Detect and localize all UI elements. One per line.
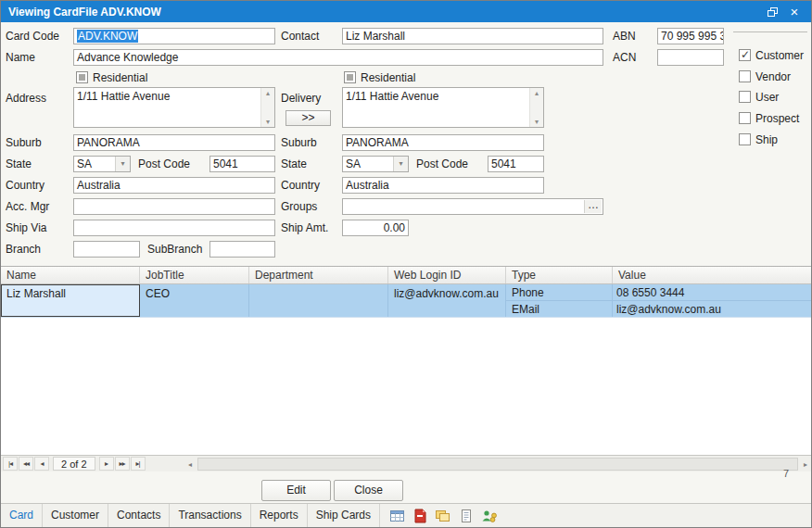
close-button[interactable]: Close [334, 480, 403, 501]
delivery-country-label: Country [281, 178, 320, 193]
chevron-down-icon[interactable]: ▾ [115, 157, 130, 171]
acn-field[interactable] [657, 49, 724, 66]
tab-card[interactable]: Card [1, 504, 43, 527]
contact-department-cell[interactable] [249, 284, 388, 317]
nav-next-button[interactable]: ▸ [99, 457, 114, 471]
card-code-field[interactable]: ADV.KNOW [73, 28, 275, 44]
contact-name-cell[interactable]: Liz Marshall [1, 284, 140, 317]
subbranch-label: SubBranch [147, 242, 202, 257]
column-header-name[interactable]: Name [1, 267, 140, 283]
titlebar[interactable]: Viewing CardFile ADV.KNOW × [1, 1, 811, 22]
nav-prev-page-button[interactable]: ◂◂ [19, 457, 33, 471]
name-label: Name [6, 50, 35, 65]
card-types-separator [733, 31, 807, 32]
restore-window-button[interactable] [761, 3, 783, 20]
vendor-checkbox-label: Vendor [755, 70, 791, 83]
tab-reports[interactable]: Reports [251, 504, 308, 527]
delivery-country-field[interactable]: Australia [342, 177, 544, 194]
checkbox-vendor[interactable]: Vendor [739, 69, 791, 83]
scroll-left-icon[interactable]: ◂ [183, 460, 197, 469]
billing-country-field[interactable]: Australia [73, 177, 275, 194]
billing-postcode-field[interactable]: 5041 [209, 156, 275, 172]
billing-address-scrollbar[interactable]: ▴ ▾ [260, 88, 274, 127]
grid-horizontal-scrollbar[interactable]: ◂ ▸ [183, 457, 812, 471]
nav-first-button[interactable]: |◂ [3, 457, 18, 471]
detail-type-cell[interactable]: EMail [506, 301, 613, 317]
close-window-button[interactable]: × [783, 3, 806, 20]
payments-icon[interactable] [481, 509, 498, 523]
delivery-address-field[interactable]: 1/11 Hattie Avenue ▴ ▾ [342, 87, 544, 128]
abn-field[interactable]: 70 995 995 36 [657, 28, 724, 44]
scroll-up-icon[interactable]: ▴ [266, 88, 270, 98]
card-code-label: Card Code [6, 29, 59, 44]
ship-via-field[interactable] [73, 220, 275, 236]
contact-field[interactable]: Liz Marshall [342, 28, 603, 44]
groups-browse-button[interactable]: … [584, 200, 602, 213]
column-header-department[interactable]: Department [249, 267, 388, 283]
checkbox-customer[interactable]: Customer [739, 48, 804, 62]
delivery-address-scrollbar[interactable]: ▴ ▾ [529, 88, 543, 127]
user-checkbox-icon [739, 91, 751, 103]
abn-label: ABN [613, 29, 636, 44]
user-checkbox-label: User [755, 91, 779, 104]
copy-cards-icon[interactable] [435, 509, 451, 523]
tab-ship-cards[interactable]: Ship Cards [308, 504, 380, 527]
ship-amt-field[interactable]: 0.00 [342, 220, 409, 236]
chevron-down-icon[interactable]: ▾ [393, 157, 408, 171]
groups-field[interactable]: … [342, 198, 603, 215]
billing-suburb-field[interactable]: PANORAMA [73, 134, 275, 151]
billing-state-value: SA [77, 157, 92, 170]
residential-billing-checkbox-icon [76, 71, 88, 83]
contact-jobtitle-cell[interactable]: CEO [140, 284, 249, 317]
ship-checkbox-icon [739, 133, 751, 145]
checkbox-residential-billing[interactable]: Residential [76, 70, 147, 84]
tab-contacts[interactable]: Contacts [108, 504, 170, 527]
residential-billing-label: Residential [93, 71, 147, 84]
checkbox-residential-delivery[interactable]: Residential [344, 70, 415, 84]
detail-value-cell[interactable]: liz@advknow.com.au [613, 301, 812, 317]
contact-row[interactable]: Liz Marshall CEO liz@advknow.com.au Phon… [1, 284, 812, 318]
nav-prev-button[interactable]: ◂ [34, 457, 49, 471]
scroll-down-icon[interactable]: ▾ [535, 117, 539, 127]
detail-type-cell[interactable]: Phone [506, 284, 613, 300]
branch-field[interactable] [73, 241, 140, 258]
exit-icon[interactable] [413, 509, 426, 523]
tab-customer[interactable]: Customer [43, 504, 108, 527]
record-navigator: |◂ ◂◂ ◂ 2 of 2 ▸ ▸▸ ▸| ◂ ▸ [1, 455, 812, 471]
contact-detail-row[interactable]: Phone 08 6550 3444 [506, 284, 812, 301]
detail-value-cell[interactable]: 08 6550 3444 [613, 284, 812, 300]
scrollbar-thumb[interactable] [197, 458, 798, 471]
notes-icon[interactable] [460, 509, 473, 523]
billing-state-combo[interactable]: SA ▾ [73, 156, 131, 172]
subbranch-field[interactable] [209, 241, 275, 258]
column-header-jobtitle[interactable]: JobTitle [140, 267, 249, 283]
close-icon: × [791, 4, 799, 19]
grid-header-row: Name JobTitle Department Web Login ID Ty… [1, 267, 812, 284]
tab-transactions[interactable]: Transactions [170, 504, 250, 527]
billing-address-field[interactable]: 1/11 Hattie Avenue ▴ ▾ [73, 87, 275, 128]
billing-state-label: State [6, 157, 32, 171]
contact-detail-row[interactable]: EMail liz@advknow.com.au [506, 301, 812, 317]
copy-address-button[interactable]: >> [285, 110, 331, 126]
ship-via-label: Ship Via [6, 220, 46, 235]
column-header-type[interactable]: Type [506, 267, 613, 283]
name-field[interactable]: Advance Knowledge [73, 49, 603, 66]
checkbox-prospect[interactable]: Prospect [739, 111, 799, 125]
contact-web-login-cell[interactable]: liz@advknow.com.au [388, 284, 506, 317]
delivery-postcode-field[interactable]: 5041 [488, 156, 544, 172]
checkbox-ship[interactable]: Ship [739, 132, 778, 146]
delivery-suburb-field[interactable]: PANORAMA [342, 134, 544, 151]
ledger-icon[interactable] [389, 509, 405, 523]
scroll-down-icon[interactable]: ▾ [266, 117, 270, 127]
nav-last-button[interactable]: ▸| [131, 457, 146, 471]
scroll-right-icon[interactable]: ▸ [798, 460, 812, 469]
scroll-up-icon[interactable]: ▴ [535, 88, 539, 98]
column-header-web-login-id[interactable]: Web Login ID [388, 267, 506, 283]
acc-mgr-field[interactable] [73, 198, 275, 215]
billing-country-label: Country [6, 178, 44, 193]
delivery-state-combo[interactable]: SA ▾ [342, 156, 409, 172]
edit-button[interactable]: Edit [261, 480, 331, 501]
column-header-value[interactable]: Value [613, 267, 812, 283]
checkbox-user[interactable]: User [739, 90, 779, 104]
nav-next-page-button[interactable]: ▸▸ [115, 457, 130, 471]
